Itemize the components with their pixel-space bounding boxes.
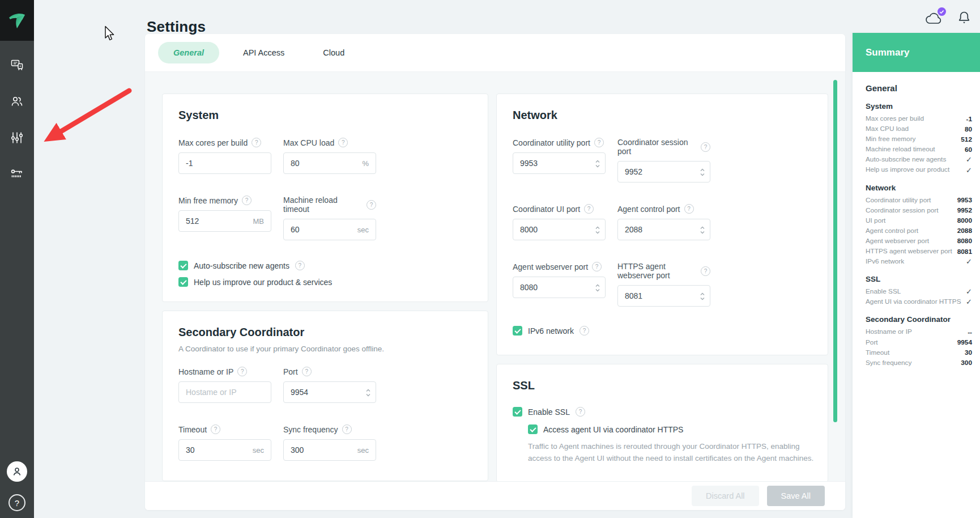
system-card: System Max cores per build?-1Max CPU loa…: [162, 94, 488, 302]
coordinator-ui-port-input[interactable]: 8000: [513, 219, 606, 240]
help-icon[interactable]: ?: [684, 204, 694, 214]
help-icon[interactable]: ?: [580, 326, 589, 336]
auto-subscribe-new-agents-checkbox[interactable]: [178, 261, 188, 270]
help-icon: ?: [15, 498, 19, 508]
agent-control-port-input[interactable]: 2088: [617, 219, 710, 240]
sync-frequency-input[interactable]: 300sec: [283, 439, 376, 461]
help-icon[interactable]: ?: [302, 367, 312, 376]
field-label-text: Max CPU load: [283, 138, 334, 147]
enable-ssl-checkbox[interactable]: [513, 407, 522, 417]
tab-cloud[interactable]: Cloud: [304, 42, 364, 63]
help-us-improve-our-product-and-services-checkbox[interactable]: [178, 277, 188, 287]
number-stepper-icon[interactable]: [595, 283, 600, 292]
help-icon[interactable]: ?: [342, 424, 352, 434]
secondary-coordinator-description: A Coordinator to use if your primary Coo…: [178, 345, 472, 353]
cloud-status-button[interactable]: [924, 10, 944, 26]
input-suffix: %: [362, 159, 369, 168]
ssl-card: SSL Enable SSL? Access agent UI via coor…: [496, 364, 828, 481]
help-icon[interactable]: ?: [295, 261, 305, 270]
help-button[interactable]: ?: [8, 494, 25, 511]
access-agent-ui-checkbox[interactable]: [528, 424, 538, 434]
field-min-free-memory: Min free memory?512MB: [178, 196, 271, 240]
machine-reload-timeout-input[interactable]: 60sec: [283, 219, 376, 240]
notifications-bell-icon: [957, 10, 971, 26]
hostname-or-ip-input[interactable]: Hostame or IP: [178, 381, 271, 403]
sidebar-item-settings[interactable]: [10, 130, 24, 145]
app-logo[interactable]: [0, 0, 34, 41]
field-coordinator-utility-port: Coordinator utility port?9953: [513, 138, 606, 182]
user-avatar[interactable]: [7, 461, 27, 482]
number-stepper-icon[interactable]: [700, 226, 705, 235]
help-icon[interactable]: ?: [237, 367, 247, 376]
summary-row-label: Min free memory: [866, 135, 916, 143]
help-icon[interactable]: ?: [592, 262, 602, 271]
input-suffix: sec: [357, 226, 369, 234]
field-coordinator-session-port: Coordinator session port?9952: [617, 138, 710, 182]
field-label-text: Agent webserver port: [513, 262, 588, 271]
save-all-button[interactable]: Save All: [767, 486, 825, 506]
input-value: 8081: [625, 291, 642, 300]
help-icon[interactable]: ?: [576, 407, 585, 417]
coordinator-session-port-input[interactable]: 9952: [617, 161, 710, 182]
help-icon[interactable]: ?: [242, 196, 252, 205]
sidebar-item-license[interactable]: [10, 167, 24, 181]
ssl-description: Traffic to Agent machines is rerouted th…: [528, 441, 815, 465]
field-label-text: Hostname or IP: [178, 367, 233, 376]
field-label: Coordinator session port?: [617, 138, 710, 156]
number-stepper-icon[interactable]: [700, 292, 705, 301]
summary-row-value: --: [968, 328, 972, 336]
agent-webserver-port-input[interactable]: 8080: [513, 277, 606, 298]
help-icon[interactable]: ?: [367, 200, 376, 210]
summary-row-label: Sync frequency: [866, 359, 911, 367]
number-stepper-icon[interactable]: [700, 168, 705, 177]
field-label: Agent control port?: [617, 204, 710, 214]
summary-row-value: 9954: [957, 338, 972, 346]
field-label-text: Agent control port: [617, 205, 680, 214]
summary-row-https-agent-webserver-port: HTTPS agent webserver port8081: [866, 247, 972, 256]
ipv6-network-checkbox[interactable]: [513, 326, 522, 336]
machines-icon: [10, 58, 24, 72]
discard-all-button[interactable]: Discard All: [692, 486, 759, 506]
summary-row-value: 2088: [957, 227, 972, 235]
notifications-button[interactable]: [957, 10, 971, 26]
help-icon[interactable]: ?: [594, 138, 604, 147]
help-icon[interactable]: ?: [584, 204, 594, 214]
number-stepper-icon[interactable]: [595, 226, 600, 235]
https-agent-webserver-port-input[interactable]: 8081: [617, 285, 710, 307]
help-icon[interactable]: ?: [701, 266, 710, 276]
user-avatar-icon: [11, 466, 23, 477]
help-icon[interactable]: ?: [338, 138, 348, 147]
number-stepper-icon[interactable]: [365, 388, 371, 397]
summary-row-value: -1: [966, 115, 973, 123]
settings-scroll-area: System Max cores per build?-1Max CPU loa…: [145, 72, 845, 481]
sidebar-item-machines[interactable]: [10, 58, 24, 73]
summary-row-label: Auto-subscribe new agents: [866, 155, 946, 164]
tab-api-access[interactable]: API Access: [224, 42, 304, 63]
field-label: Coordinator utility port?: [513, 138, 606, 147]
coordinator-utility-port-input[interactable]: 9953: [513, 152, 606, 174]
help-icon[interactable]: ?: [211, 424, 220, 434]
summary-section-ssl: SSL: [866, 275, 972, 283]
summary-row-label: Agent webserver port: [866, 237, 929, 245]
field-timeout: Timeout?30sec: [178, 424, 271, 461]
input-value: 60: [291, 225, 300, 234]
input-value: 9954: [291, 388, 308, 397]
input-suffix: MB: [253, 217, 265, 226]
number-stepper-icon[interactable]: [595, 159, 600, 168]
max-cores-per-build-input[interactable]: -1: [178, 152, 271, 174]
summary-row-machine-reload-timeout: Machine reload timeout60: [866, 145, 972, 154]
summary-row-max-cpu-load: Max CPU load80: [866, 125, 972, 133]
summary-row-label: Coordinator session port: [866, 206, 939, 215]
help-icon[interactable]: ?: [701, 142, 710, 152]
summary-row-value: 8080: [957, 237, 972, 245]
summary-row-label: Agent control port: [866, 227, 918, 235]
help-icon[interactable]: ?: [252, 138, 261, 147]
port-input[interactable]: 9954: [283, 381, 376, 403]
settings-panel: GeneralAPI AccessCloud System Max cores …: [145, 34, 845, 510]
tab-general[interactable]: General: [158, 42, 219, 63]
scrollbar-thumb[interactable]: [833, 80, 837, 422]
min-free-memory-input[interactable]: 512MB: [178, 210, 271, 232]
timeout-input[interactable]: 30sec: [178, 439, 271, 461]
max-cpu-load-input[interactable]: 80%: [283, 152, 376, 174]
sidebar-item-users[interactable]: [10, 94, 24, 109]
